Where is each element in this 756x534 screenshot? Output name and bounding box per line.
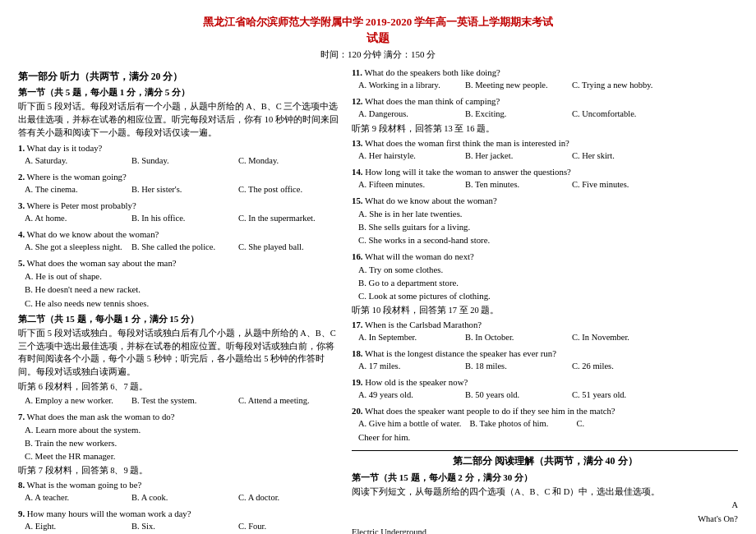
section1-title: 第一节（共 5 题，每小题 1 分，满分 5 分）: [18, 86, 339, 99]
question-6: A. Employ a new worker. B. Test the syst…: [18, 394, 339, 407]
passage1-title: Electric Underground: [352, 526, 738, 534]
q8-text: 8. What is the woman going to be?: [18, 478, 339, 491]
main-content: 第一部分 听力（共两节，满分 20 分） 第一节（共 5 题，每小题 1 分，满…: [18, 66, 738, 534]
question-9: 9. How many hours will the woman work a …: [18, 507, 339, 533]
q6-options: A. Employ a new worker. B. Test the syst…: [18, 394, 339, 407]
q5-optA: A. He is out of shape.: [18, 269, 339, 283]
whats-on-label: What's On?: [352, 513, 738, 526]
q20-options: A. Give him a bottle of water. B. Take p…: [352, 417, 738, 430]
time-info: 时间：120 分钟 满分：150 分: [18, 48, 738, 61]
material-note-7: 听第 7 段材料，回答第 8、9 题。: [18, 465, 339, 476]
q12-options: A. Dangerous. B. Exciting. C. Uncomforta…: [352, 108, 738, 121]
q7-optB: B. Train the new workers.: [18, 436, 339, 449]
q12-text: 12. What does the man think of camping?: [352, 94, 738, 108]
q3-options: A. At home. B. In his office. C. In the …: [18, 212, 339, 225]
title-sub: 试题: [18, 31, 738, 46]
left-column: 第一部分 听力（共两节，满分 20 分） 第一节（共 5 题，每小题 1 分，满…: [18, 66, 339, 534]
reading-desc: 阅读下列短文，从每题所给的四个选项（A、B、C 和 D）中，选出最佳选项。: [352, 486, 738, 499]
q16-optA: A. Try on some clothes.: [352, 263, 738, 276]
page-wrapper: 黑龙江省哈尔滨师范大学附属中学 2019-2020 学年高一英语上学期期末考试 …: [18, 15, 738, 534]
question-16: 16. What will the woman do next? A. Try …: [352, 250, 738, 303]
q1-text: 1. What day is it today?: [18, 141, 339, 154]
q15-optC: C. She works in a second-hand store.: [352, 233, 738, 246]
q2-options: A. The cinema. B. Her sister's. C. The p…: [18, 183, 339, 196]
question-12: 12. What does the man think of camping? …: [352, 94, 738, 121]
q16-optC: C. Look at some pictures of clothing.: [352, 289, 738, 302]
q16-text: 16. What will the woman do next?: [352, 250, 738, 263]
passage-a-label: A: [352, 499, 738, 512]
section1-desc: 听下面 5 段对话。每段对话后有一个小题，从题中所给的 A、B、C 三个选项中选…: [18, 100, 339, 139]
question-20: 20. What does the speaker want people to…: [352, 404, 738, 444]
title-main: 黑龙江省哈尔滨师范大学附属中学 2019-2020 学年高一英语上学期期末考试: [18, 15, 738, 30]
question-11: 11. What do the speakers both like doing…: [352, 66, 738, 92]
q18-text: 18. What is the longest distance the spe…: [352, 347, 738, 360]
question-14: 14. How long will it take the woman to a…: [352, 165, 738, 191]
q16-optB: B. Go to a department store.: [352, 276, 738, 289]
part2-title: 第二部分 阅读理解（共两节，满分 40 分）: [352, 450, 738, 468]
q19-options: A. 49 years old. B. 50 years old. C. 51 …: [352, 389, 738, 402]
question-3: 3. Where is Peter most probably? A. At h…: [18, 199, 339, 225]
material-note-10: 听第 10 段材料，回答第 17 至 20 题。: [352, 305, 738, 316]
q9-text: 9. How many hours will the woman work a …: [18, 507, 339, 520]
q11-text: 11. What do the speakers both like doing…: [352, 66, 738, 79]
q9-options: A. Eight. B. Six. C. Four.: [18, 520, 339, 533]
q4-options: A. She got a sleepless night. B. She cal…: [18, 241, 339, 254]
q5-text: 5. What does the woman say about the man…: [18, 256, 339, 269]
question-8: 8. What is the woman going to be? A. A t…: [18, 478, 339, 504]
part1-title: 第一部分 听力（共两节，满分 20 分）: [18, 71, 339, 83]
q5-optB: B. He doesn't need a new racket.: [18, 283, 339, 296]
q3-text: 3. Where is Peter most probably?: [18, 199, 339, 212]
material-note-9: 听第 9 段材料，回答第 13 至 16 题。: [352, 123, 738, 135]
right-column: 11. What do the speakers both like doing…: [352, 66, 738, 534]
q4-text: 4. What do we know about the woman?: [18, 228, 339, 241]
q5-optC: C. He also needs new tennis shoes.: [18, 297, 339, 310]
question-17: 17. When is the Carlsbad Marathon? A. In…: [352, 318, 738, 344]
q17-options: A. In September. B. In October. C. In No…: [352, 331, 738, 344]
q19-text: 19. How old is the speaker now?: [352, 375, 738, 389]
question-4: 4. What do we know about the woman? A. S…: [18, 228, 339, 254]
question-5: 5. What does the woman say about the man…: [18, 256, 339, 310]
q2-text: 2. Where is the woman going?: [18, 170, 339, 183]
q15-text: 15. What do we know about the woman?: [352, 194, 738, 207]
q18-options: A. 17 miles. B. 18 miles. C. 26 miles.: [352, 360, 738, 373]
question-7: 7. What does the man ask the woman to do…: [18, 410, 339, 463]
q7-optC: C. Meet the HR manager.: [18, 449, 339, 463]
q7-text: 7. What does the man ask the woman to do…: [18, 410, 339, 423]
question-13: 13. What does the woman first think the …: [352, 136, 738, 163]
question-15: 15. What do we know about the woman? A. …: [352, 194, 738, 247]
section2-desc: 听下面 5 段对话或独白。每段对话或独白后有几个小题，从题中所给的 A、B、C …: [18, 327, 339, 379]
question-1: 1. What day is it today? A. Saturday. B.…: [18, 141, 339, 168]
q11-options: A. Working in a library. B. Meeting new …: [352, 79, 738, 92]
q17-text: 17. When is the Carlsbad Marathon?: [352, 318, 738, 331]
page-header: 黑龙江省哈尔滨师范大学附属中学 2019-2020 学年高一英语上学期期末考试 …: [18, 15, 738, 61]
q1-options: A. Saturday. B. Sunday. C. Monday.: [18, 154, 339, 168]
q14-text: 14. How long will it take the woman to a…: [352, 165, 738, 178]
q8-options: A. A teacher. B. A cook. C. A doctor.: [18, 491, 339, 504]
section2-title: 第二节（共 15 题，每小题 1 分，满分 15 分）: [18, 313, 339, 325]
q20-text: 20. What does the speaker want people to…: [352, 404, 738, 417]
q20-extra: Cheer for him.: [352, 430, 738, 444]
q13-options: A. Her hairstyle. B. Her jacket. C. Her …: [352, 150, 738, 163]
reading-section1-title: 第一节（共 15 题，每小题 2 分，满分 30 分）: [352, 472, 738, 484]
q14-options: A. Fifteen minutes. B. Ten minutes. C. F…: [352, 178, 738, 191]
q15-optB: B. She sells guitars for a living.: [352, 220, 738, 233]
question-19: 19. How old is the speaker now? A. 49 ye…: [352, 375, 738, 402]
question-18: 18. What is the longest distance the spe…: [352, 347, 738, 373]
question-2: 2. Where is the woman going? A. The cine…: [18, 170, 339, 196]
material-note-6: 听第 6 段材料，回答第 6、7 题。: [18, 381, 339, 393]
q7-optA: A. Learn more about the system.: [18, 423, 339, 436]
q15-optA: A. She is in her late twenties.: [352, 207, 738, 220]
q13-text: 13. What does the woman first think the …: [352, 136, 738, 150]
